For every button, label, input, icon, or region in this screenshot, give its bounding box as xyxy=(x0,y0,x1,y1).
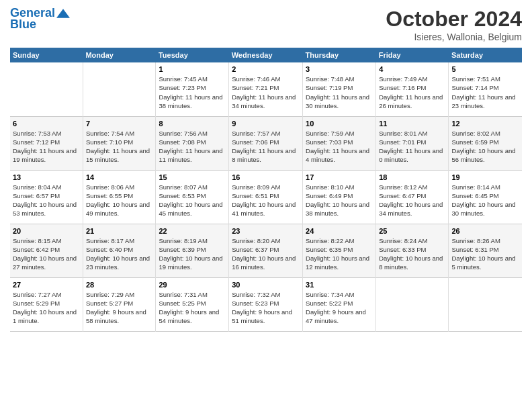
day-info-line: Sunrise: 7:49 AM xyxy=(379,75,445,83)
week-row-5: 27Sunrise: 7:27 AMSunset: 5:29 PMDayligh… xyxy=(10,277,522,331)
calendar-cell: 20Sunrise: 8:15 AMSunset: 6:42 PMDayligh… xyxy=(10,224,83,277)
day-info: Sunrise: 8:01 AMSunset: 7:01 PMDaylight:… xyxy=(379,129,445,165)
day-info-line: Sunset: 7:10 PM xyxy=(86,138,153,146)
day-info-line: Sunset: 5:27 PM xyxy=(86,299,153,308)
day-info-line: Daylight: 11 hours and 8 minutes. xyxy=(232,146,300,165)
day-info: Sunrise: 8:17 AMSunset: 6:40 PMDaylight:… xyxy=(86,236,153,272)
day-info-line: Sunset: 6:49 PM xyxy=(306,191,373,200)
calendar-cell: 13Sunrise: 8:04 AMSunset: 6:57 PMDayligh… xyxy=(10,170,83,224)
day-info: Sunrise: 7:56 AMSunset: 7:08 PMDaylight:… xyxy=(159,129,226,165)
calendar-cell: 14Sunrise: 8:06 AMSunset: 6:55 PMDayligh… xyxy=(83,170,156,224)
day-number: 30 xyxy=(232,281,300,289)
calendar-cell: 19Sunrise: 8:14 AMSunset: 6:45 PMDayligh… xyxy=(449,170,522,224)
day-number: 13 xyxy=(13,173,80,181)
day-info-line: Daylight: 10 hours and 27 minutes. xyxy=(13,254,80,272)
day-info-line: Sunset: 6:42 PM xyxy=(13,245,80,254)
calendar-cell: 4Sunrise: 7:49 AMSunset: 7:16 PMDaylight… xyxy=(376,62,449,116)
day-info-line: Sunrise: 8:24 AM xyxy=(379,236,445,245)
day-info-line: Sunset: 7:16 PM xyxy=(379,83,445,92)
day-info: Sunrise: 7:45 AMSunset: 7:23 PMDaylight:… xyxy=(159,75,226,110)
calendar-cell: 5Sunrise: 7:51 AMSunset: 7:14 PMDaylight… xyxy=(449,62,522,116)
day-number: 21 xyxy=(86,227,153,235)
day-info: Sunrise: 8:22 AMSunset: 6:35 PMDaylight:… xyxy=(306,236,373,272)
day-info-line: Sunrise: 8:15 AM xyxy=(13,236,80,245)
day-info-line: Sunrise: 7:45 AM xyxy=(159,75,226,83)
day-number: 12 xyxy=(451,120,519,128)
day-info-line: Sunset: 6:51 PM xyxy=(232,191,300,200)
day-info-line: Sunset: 6:53 PM xyxy=(159,191,226,200)
day-header-tuesday: Tuesday xyxy=(156,48,229,62)
day-info-line: Sunset: 6:59 PM xyxy=(451,138,519,146)
day-info: Sunrise: 8:07 AMSunset: 6:53 PMDaylight:… xyxy=(159,183,226,218)
day-info-line: Daylight: 11 hours and 4 minutes. xyxy=(306,146,373,165)
day-number: 26 xyxy=(451,227,519,235)
day-info-line: Sunrise: 7:27 AM xyxy=(13,290,80,299)
day-info: Sunrise: 7:27 AMSunset: 5:29 PMDaylight:… xyxy=(13,290,80,326)
day-number: 5 xyxy=(451,65,519,73)
day-info-line: Daylight: 11 hours and 23 minutes. xyxy=(451,93,519,111)
day-number: 14 xyxy=(86,173,153,181)
title-block: October 2024 Isieres, Wallonia, Belgium xyxy=(386,7,522,42)
day-header-saturday: Saturday xyxy=(449,48,522,62)
day-number: 2 xyxy=(232,65,300,73)
day-info: Sunrise: 7:57 AMSunset: 7:06 PMDaylight:… xyxy=(232,129,300,165)
calendar-cell: 12Sunrise: 8:02 AMSunset: 6:59 PMDayligh… xyxy=(449,116,522,170)
day-info-line: Daylight: 10 hours and 53 minutes. xyxy=(13,200,80,218)
day-info-line: Sunset: 5:25 PM xyxy=(159,299,226,308)
calendar-cell: 1Sunrise: 7:45 AMSunset: 7:23 PMDaylight… xyxy=(156,62,229,116)
day-info-line: Daylight: 10 hours and 5 minutes. xyxy=(451,254,519,272)
page-container: General Blue October 2024 Isieres, Wallo… xyxy=(0,0,532,411)
day-number: 4 xyxy=(379,65,445,73)
calendar-cell: 21Sunrise: 8:17 AMSunset: 6:40 PMDayligh… xyxy=(83,224,156,277)
logo: General Blue xyxy=(10,7,70,32)
calendar-cell xyxy=(376,277,449,331)
header-row: SundayMondayTuesdayWednesdayThursdayFrid… xyxy=(10,48,522,62)
day-info-line: Sunrise: 7:54 AM xyxy=(86,129,153,138)
day-header-thursday: Thursday xyxy=(303,48,376,62)
day-info-line: Daylight: 9 hours and 54 minutes. xyxy=(159,308,226,326)
day-info-line: Sunrise: 7:46 AM xyxy=(232,75,300,83)
day-info: Sunrise: 8:10 AMSunset: 6:49 PMDaylight:… xyxy=(306,183,373,218)
calendar-cell: 7Sunrise: 7:54 AMSunset: 7:10 PMDaylight… xyxy=(83,116,156,170)
day-info-line: Sunrise: 8:17 AM xyxy=(86,236,153,245)
day-info: Sunrise: 8:24 AMSunset: 6:33 PMDaylight:… xyxy=(379,236,445,272)
day-info: Sunrise: 8:14 AMSunset: 6:45 PMDaylight:… xyxy=(451,183,519,218)
day-info-line: Sunset: 6:57 PM xyxy=(13,191,80,200)
week-row-2: 6Sunrise: 7:53 AMSunset: 7:12 PMDaylight… xyxy=(10,116,522,170)
day-info-line: Sunset: 7:23 PM xyxy=(159,83,226,92)
calendar-cell: 30Sunrise: 7:32 AMSunset: 5:23 PMDayligh… xyxy=(229,277,303,331)
day-info-line: Sunset: 6:35 PM xyxy=(306,245,373,254)
calendar-cell: 10Sunrise: 7:59 AMSunset: 7:03 PMDayligh… xyxy=(303,116,376,170)
day-info-line: Sunrise: 7:59 AM xyxy=(306,129,373,138)
calendar-table: SundayMondayTuesdayWednesdayThursdayFrid… xyxy=(10,48,522,332)
day-info-line: Sunrise: 8:26 AM xyxy=(451,236,519,245)
day-info-line: Sunset: 5:23 PM xyxy=(232,299,300,308)
day-number: 25 xyxy=(379,227,445,235)
logo-icon xyxy=(56,7,70,20)
day-info: Sunrise: 7:53 AMSunset: 7:12 PMDaylight:… xyxy=(13,129,80,165)
day-info-line: Sunset: 6:39 PM xyxy=(159,245,226,254)
day-info-line: Daylight: 9 hours and 58 minutes. xyxy=(86,308,153,326)
day-info: Sunrise: 7:46 AMSunset: 7:21 PMDaylight:… xyxy=(232,75,300,110)
day-header-wednesday: Wednesday xyxy=(229,48,303,62)
calendar-cell: 28Sunrise: 7:29 AMSunset: 5:27 PMDayligh… xyxy=(83,277,156,331)
day-info-line: Sunset: 6:37 PM xyxy=(232,245,300,254)
day-info: Sunrise: 8:09 AMSunset: 6:51 PMDaylight:… xyxy=(232,183,300,218)
day-info-line: Daylight: 10 hours and 56 minutes. xyxy=(451,146,519,165)
calendar-cell: 29Sunrise: 7:31 AMSunset: 5:25 PMDayligh… xyxy=(156,277,229,331)
day-info-line: Sunrise: 7:31 AM xyxy=(159,290,226,299)
day-info-line: Sunset: 6:33 PM xyxy=(379,245,445,254)
week-row-4: 20Sunrise: 8:15 AMSunset: 6:42 PMDayligh… xyxy=(10,224,522,277)
day-number: 3 xyxy=(306,65,373,73)
day-number: 23 xyxy=(232,227,300,235)
day-info-line: Daylight: 10 hours and 45 minutes. xyxy=(159,200,226,218)
day-info: Sunrise: 7:31 AMSunset: 5:25 PMDaylight:… xyxy=(159,290,226,326)
day-info-line: Sunrise: 8:19 AM xyxy=(159,236,226,245)
day-number: 9 xyxy=(232,120,300,128)
calendar-cell xyxy=(83,62,156,116)
day-info: Sunrise: 8:20 AMSunset: 6:37 PMDaylight:… xyxy=(232,236,300,272)
day-info-line: Sunrise: 8:14 AM xyxy=(451,183,519,191)
day-info-line: Sunset: 7:08 PM xyxy=(159,138,226,146)
day-info: Sunrise: 8:15 AMSunset: 6:42 PMDaylight:… xyxy=(13,236,80,272)
day-info-line: Daylight: 10 hours and 41 minutes. xyxy=(232,200,300,218)
